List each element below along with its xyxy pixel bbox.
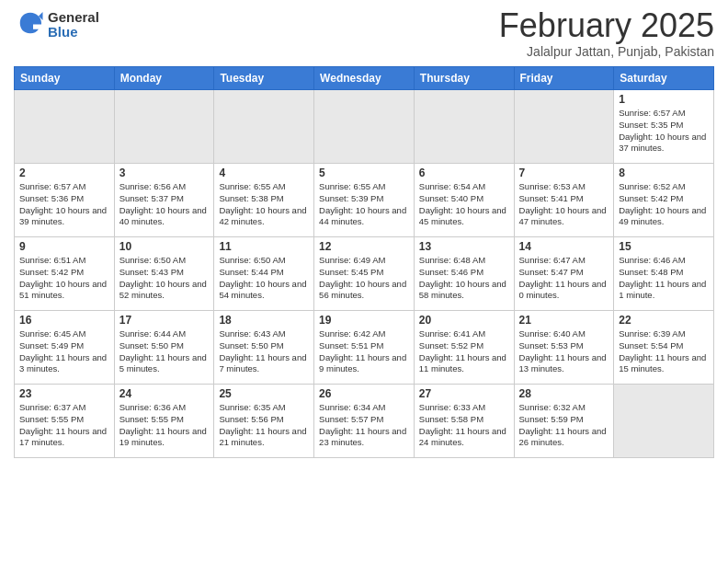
month-year: February 2025 [499, 9, 714, 42]
day-info: Sunrise: 6:43 AMSunset: 5:50 PMDaylight:… [219, 328, 309, 375]
day-number: 23 [19, 387, 109, 400]
day-number: 8 [619, 167, 709, 179]
day-number: 22 [619, 314, 709, 327]
calendar-day: 24Sunrise: 6:36 AMSunset: 5:55 PMDayligh… [114, 385, 214, 458]
day-info: Sunrise: 6:42 AMSunset: 5:51 PMDaylight:… [319, 328, 409, 375]
header: General Blue February 2025 Jalalpur Jatt… [14, 9, 714, 59]
calendar-day: 12Sunrise: 6:49 AMSunset: 5:45 PMDayligh… [314, 237, 415, 311]
day-info: Sunrise: 6:48 AMSunset: 5:46 PMDaylight:… [419, 255, 509, 302]
day-number: 7 [519, 167, 609, 179]
day-number: 10 [119, 240, 210, 253]
day-info: Sunrise: 6:57 AMSunset: 5:36 PMDaylight:… [19, 181, 109, 228]
day-number: 5 [319, 167, 409, 179]
calendar-header-row: SundayMondayTuesdayWednesdayThursdayFrid… [15, 67, 714, 90]
day-header-monday: Monday [114, 67, 214, 90]
day-number: 18 [219, 314, 309, 327]
day-info: Sunrise: 6:32 AMSunset: 5:59 PMDaylight:… [519, 402, 609, 449]
calendar-day: 26Sunrise: 6:34 AMSunset: 5:57 PMDayligh… [314, 385, 415, 458]
calendar-day: 18Sunrise: 6:43 AMSunset: 5:50 PMDayligh… [214, 311, 314, 385]
calendar: SundayMondayTuesdayWednesdayThursdayFrid… [14, 66, 714, 458]
day-number: 21 [519, 314, 609, 327]
location: Jalalpur Jattan, Punjab, Pakistan [499, 44, 714, 59]
calendar-day [614, 385, 714, 458]
day-number: 1 [619, 93, 709, 106]
day-info: Sunrise: 6:51 AMSunset: 5:42 PMDaylight:… [19, 255, 109, 302]
day-info: Sunrise: 6:37 AMSunset: 5:55 PMDaylight:… [19, 402, 109, 449]
calendar-day [314, 90, 415, 164]
calendar-day: 21Sunrise: 6:40 AMSunset: 5:53 PMDayligh… [514, 311, 614, 385]
day-number: 3 [119, 167, 210, 179]
calendar-day: 11Sunrise: 6:50 AMSunset: 5:44 PMDayligh… [214, 237, 314, 311]
day-header-saturday: Saturday [614, 67, 714, 90]
day-number: 16 [19, 314, 109, 327]
calendar-day: 5Sunrise: 6:55 AMSunset: 5:39 PMDaylight… [314, 164, 415, 237]
day-info: Sunrise: 6:55 AMSunset: 5:39 PMDaylight:… [319, 181, 409, 228]
day-number: 24 [119, 387, 210, 400]
day-info: Sunrise: 6:54 AMSunset: 5:40 PMDaylight:… [419, 181, 509, 228]
day-number: 4 [219, 167, 309, 179]
day-header-thursday: Thursday [414, 67, 514, 90]
calendar-day: 9Sunrise: 6:51 AMSunset: 5:42 PMDaylight… [15, 237, 115, 311]
day-number: 28 [519, 387, 609, 400]
day-number: 9 [19, 240, 109, 253]
calendar-day: 8Sunrise: 6:52 AMSunset: 5:42 PMDaylight… [614, 164, 714, 237]
day-number: 19 [319, 314, 409, 327]
calendar-day: 4Sunrise: 6:55 AMSunset: 5:38 PMDaylight… [214, 164, 314, 237]
day-info: Sunrise: 6:47 AMSunset: 5:47 PMDaylight:… [519, 255, 609, 302]
day-info: Sunrise: 6:45 AMSunset: 5:49 PMDaylight:… [19, 328, 109, 375]
day-info: Sunrise: 6:40 AMSunset: 5:53 PMDaylight:… [519, 328, 609, 375]
day-info: Sunrise: 6:36 AMSunset: 5:55 PMDaylight:… [119, 402, 210, 449]
calendar-day: 3Sunrise: 6:56 AMSunset: 5:37 PMDaylight… [114, 164, 214, 237]
logo-general: General [48, 9, 99, 25]
calendar-day: 20Sunrise: 6:41 AMSunset: 5:52 PMDayligh… [414, 311, 514, 385]
day-info: Sunrise: 6:41 AMSunset: 5:52 PMDaylight:… [419, 328, 509, 375]
day-info: Sunrise: 6:56 AMSunset: 5:37 PMDaylight:… [119, 181, 210, 228]
calendar-day: 13Sunrise: 6:48 AMSunset: 5:46 PMDayligh… [414, 237, 514, 311]
day-info: Sunrise: 6:35 AMSunset: 5:56 PMDaylight:… [219, 402, 309, 449]
day-header-sunday: Sunday [15, 67, 115, 90]
day-number: 13 [419, 240, 509, 253]
day-info: Sunrise: 6:50 AMSunset: 5:43 PMDaylight:… [119, 255, 210, 302]
logo-icon [17, 9, 44, 37]
day-info: Sunrise: 6:44 AMSunset: 5:50 PMDaylight:… [119, 328, 210, 375]
day-info: Sunrise: 6:34 AMSunset: 5:57 PMDaylight:… [319, 402, 409, 449]
calendar-day: 15Sunrise: 6:46 AMSunset: 5:48 PMDayligh… [614, 237, 714, 311]
day-number: 15 [619, 240, 709, 253]
calendar-day [114, 90, 214, 164]
title-section: February 2025 Jalalpur Jattan, Punjab, P… [499, 9, 714, 59]
calendar-day [15, 90, 115, 164]
calendar-day: 10Sunrise: 6:50 AMSunset: 5:43 PMDayligh… [114, 237, 214, 311]
day-header-tuesday: Tuesday [214, 67, 314, 90]
day-info: Sunrise: 6:57 AMSunset: 5:35 PMDaylight:… [619, 108, 709, 155]
calendar-day: 2Sunrise: 6:57 AMSunset: 5:36 PMDaylight… [15, 164, 115, 237]
calendar-day: 17Sunrise: 6:44 AMSunset: 5:50 PMDayligh… [114, 311, 214, 385]
calendar-week-2: 2Sunrise: 6:57 AMSunset: 5:36 PMDaylight… [15, 164, 714, 237]
day-info: Sunrise: 6:33 AMSunset: 5:58 PMDaylight:… [419, 402, 509, 449]
calendar-day: 22Sunrise: 6:39 AMSunset: 5:54 PMDayligh… [614, 311, 714, 385]
calendar-week-4: 16Sunrise: 6:45 AMSunset: 5:49 PMDayligh… [15, 311, 714, 385]
day-number: 11 [219, 240, 309, 253]
day-info: Sunrise: 6:52 AMSunset: 5:42 PMDaylight:… [619, 181, 709, 228]
calendar-day: 25Sunrise: 6:35 AMSunset: 5:56 PMDayligh… [214, 385, 314, 458]
day-number: 26 [319, 387, 409, 400]
calendar-day [214, 90, 314, 164]
calendar-week-1: 1Sunrise: 6:57 AMSunset: 5:35 PMDaylight… [15, 90, 714, 164]
day-header-wednesday: Wednesday [314, 67, 415, 90]
calendar-day: 1Sunrise: 6:57 AMSunset: 5:35 PMDaylight… [614, 90, 714, 164]
calendar-day: 16Sunrise: 6:45 AMSunset: 5:49 PMDayligh… [15, 311, 115, 385]
day-info: Sunrise: 6:55 AMSunset: 5:38 PMDaylight:… [219, 181, 309, 228]
calendar-day: 7Sunrise: 6:53 AMSunset: 5:41 PMDaylight… [514, 164, 614, 237]
day-info: Sunrise: 6:50 AMSunset: 5:44 PMDaylight:… [219, 255, 309, 302]
calendar-week-3: 9Sunrise: 6:51 AMSunset: 5:42 PMDaylight… [15, 237, 714, 311]
calendar-day: 28Sunrise: 6:32 AMSunset: 5:59 PMDayligh… [514, 385, 614, 458]
day-number: 17 [119, 314, 210, 327]
calendar-day [514, 90, 614, 164]
calendar-day: 19Sunrise: 6:42 AMSunset: 5:51 PMDayligh… [314, 311, 415, 385]
calendar-day: 23Sunrise: 6:37 AMSunset: 5:55 PMDayligh… [15, 385, 115, 458]
day-header-friday: Friday [514, 67, 614, 90]
day-number: 12 [319, 240, 409, 253]
calendar-day: 6Sunrise: 6:54 AMSunset: 5:40 PMDaylight… [414, 164, 514, 237]
calendar-day [414, 90, 514, 164]
calendar-day: 27Sunrise: 6:33 AMSunset: 5:58 PMDayligh… [414, 385, 514, 458]
calendar-week-5: 23Sunrise: 6:37 AMSunset: 5:55 PMDayligh… [15, 385, 714, 458]
